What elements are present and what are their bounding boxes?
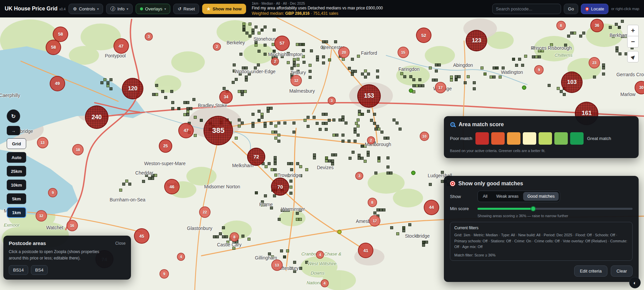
min-score-label: Min score [450, 206, 473, 211]
edit-criteria-button[interactable]: Edit criteria [574, 265, 607, 277]
rail-item-refresh[interactable]: ↻ [7, 109, 20, 123]
pin-icon [585, 6, 590, 11]
postcode-areas-panel: Postcode areas Close Click a postcode to… [3, 236, 131, 280]
slider-fill [477, 208, 533, 210]
postcode-panel-header: Postcode areas Close [9, 240, 126, 246]
sparkle-icon: ★ [206, 6, 211, 11]
map-zoom-controls: + − ▶ [627, 25, 639, 62]
info-label: Info [117, 6, 125, 11]
top-bar: UK House Price Grid v0.4 ⚙ Controls ▾ i … [0, 0, 644, 17]
show-label: Show [450, 194, 473, 199]
search-input[interactable] [492, 4, 561, 14]
reset-button[interactable]: ↺ Reset [173, 4, 199, 14]
gear-icon: ⚙ [73, 6, 77, 11]
score-swatches [475, 132, 584, 145]
overlays-button[interactable]: Overlays ▾ [136, 4, 170, 14]
overlay-active-dot-icon [140, 7, 143, 10]
good-cell-dot[interactable] [409, 89, 413, 93]
rail-item-5km[interactable]: 5km [7, 193, 26, 204]
postcode-chip[interactable]: BS4 [31, 265, 48, 275]
score-swatch [491, 132, 505, 145]
show-me-how-label: Show me how [213, 6, 242, 11]
zoom-out-button[interactable]: − [627, 36, 639, 48]
postcode-chip-list: BS14BS4 [9, 265, 126, 275]
controls-label: Controls [79, 6, 95, 11]
status-line-weighted-median: Weighted median: GBP 286,816 · 751,431 s… [252, 11, 383, 16]
score-panel-title: Area match score [459, 122, 504, 128]
clear-button[interactable]: Clear [611, 265, 633, 277]
status-line-settings: 1km · Median · All · All · Dec 2025 [252, 1, 383, 6]
chevron-down-icon: ▾ [97, 7, 99, 11]
score-legend: Poor match Great match [450, 132, 633, 145]
show-segmented-control: AllWeak areasGood matches [477, 191, 560, 202]
current-filters-box: Current filters Grid: 1km · Metric: Medi… [450, 222, 633, 261]
area-match-score-panel: Area match score Poor match Great match … [444, 116, 639, 158]
reset-icon: ↺ [178, 6, 181, 11]
good-matches-panel: Show only good matches Show AllWeak area… [444, 176, 639, 282]
current-filters-title: Current filters [454, 226, 628, 230]
poor-match-label: Poor match [450, 136, 472, 141]
postcode-chip[interactable]: BS14 [9, 265, 28, 275]
search-area: Go Locate or right-click map [492, 4, 639, 14]
slider-thumb[interactable] [531, 206, 536, 211]
slider-note: Showing areas scoring ≥ 36% — raise to n… [477, 214, 633, 218]
good-cell-dot[interactable] [337, 230, 341, 234]
app-version: v0.4 [59, 7, 65, 11]
postcode-panel-description: Click a postcode to open Zoopla (shows p… [9, 249, 109, 261]
rail-item-expand[interactable]: → [7, 126, 20, 135]
sales-count: · 751,431 sales [311, 11, 338, 16]
score-swatch [475, 132, 489, 145]
moon-icon: ◐ [633, 280, 636, 286]
overlays-label: Overlays [145, 6, 162, 11]
app-title-text: UK House Price Grid [5, 6, 57, 12]
show-option-weak-areas[interactable]: Weak areas [492, 192, 522, 201]
weighted-median-label: Weighted median: [252, 11, 284, 16]
show-me-how-button[interactable]: ★ Show me how [202, 4, 246, 14]
locate-arrow-icon: ▶ [630, 54, 636, 60]
show-option-good-matches[interactable]: Good matches [523, 192, 558, 201]
score-panel-caption: Based on your active criteria. Greener c… [450, 149, 633, 153]
match-panel-title: Show only good matches [458, 181, 523, 187]
score-swatch [570, 132, 584, 145]
score-swatch [523, 132, 536, 145]
show-option-all[interactable]: All [479, 192, 492, 201]
good-cell-dot[interactable] [411, 171, 416, 175]
current-filters-text: Grid: 1km · Metric: Median · Type: All ·… [454, 232, 628, 250]
good-cell-dot[interactable] [522, 85, 526, 90]
min-score-slider[interactable] [477, 208, 633, 210]
score-panel-header: Area match score [450, 122, 633, 128]
score-swatch [554, 132, 568, 145]
great-match-label: Great match [587, 136, 611, 141]
status-line-affordability: Find my area affordability uses Detached… [252, 6, 383, 11]
zoom-in-button[interactable]: + [627, 25, 639, 36]
chevron-down-icon: ▾ [164, 7, 166, 11]
chevron-down-icon: ▾ [127, 7, 128, 11]
app-title: UK House Price Grid v0.4 [5, 6, 65, 12]
match-panel-actions: Edit criteria Clear [450, 265, 633, 277]
rail-item-auto[interactable]: Auto [7, 152, 26, 163]
match-panel-header: Show only good matches [450, 181, 633, 187]
reset-label: Reset [183, 6, 195, 11]
weighted-median-value: GBP 286,816 [285, 11, 310, 16]
locate-arrow-button[interactable]: ▶ [627, 51, 639, 62]
right-click-hint: or right-click map [611, 7, 639, 11]
target-icon [450, 181, 455, 186]
rail-item-grid[interactable]: Grid [7, 138, 26, 149]
app-root: BerkeleyStonehouseMinchinhamptonCirences… [0, 0, 644, 290]
locate-button[interactable]: Locate [581, 4, 608, 14]
go-button[interactable]: Go [564, 4, 578, 14]
grid-size-rail: ↻→GridAuto25km10km5km1km [7, 109, 26, 218]
rail-item-10km[interactable]: 10km [7, 180, 26, 190]
status-readout: 1km · Median · All · All · Dec 2025 Find… [252, 1, 383, 16]
info-icon: i [110, 6, 115, 11]
rail-item-1km[interactable]: 1km [7, 207, 26, 218]
match-filter-text: Match filter: Score ≥ 36% [454, 253, 628, 257]
close-button[interactable]: Close [115, 241, 126, 246]
info-button[interactable]: i Info ▾ [106, 4, 133, 14]
rail-item-25km[interactable]: 25km [7, 166, 26, 177]
theme-toggle-button[interactable]: ◐ [629, 277, 641, 288]
controls-button[interactable]: ⚙ Controls ▾ [68, 4, 103, 14]
magnifier-icon [450, 122, 456, 128]
postcode-panel-title: Postcode areas [9, 240, 46, 246]
min-score-row: Min score [450, 206, 633, 211]
